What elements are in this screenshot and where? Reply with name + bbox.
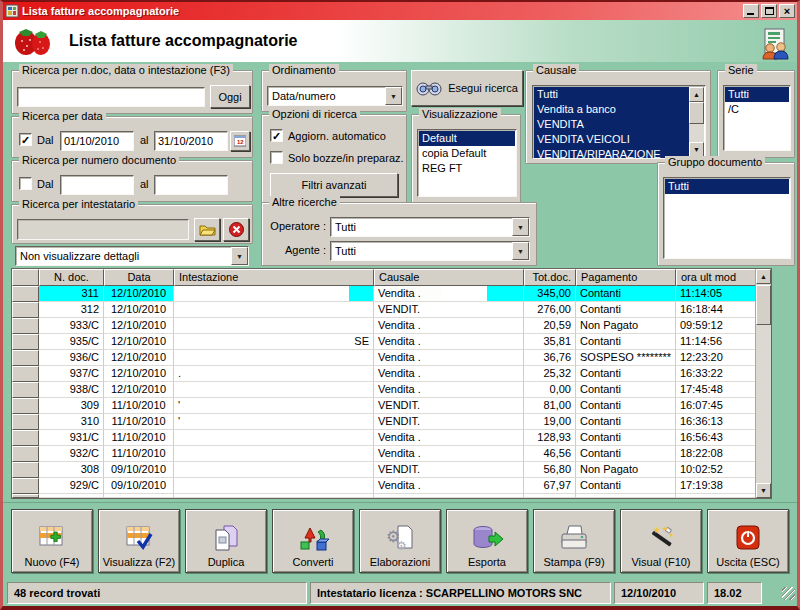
minimize-button[interactable] bbox=[743, 4, 759, 18]
operatore-combo[interactable]: Tutti ▼ bbox=[330, 217, 530, 237]
table-row[interactable]: 931/C11/10/2010Vendita .128,93Contanti16… bbox=[12, 430, 755, 446]
table-row[interactable]: 932/C11/10/2010Vendita .46,56Contanti18:… bbox=[12, 446, 755, 462]
visualizzazione-option[interactable]: REG FT bbox=[419, 161, 515, 176]
date-to-input[interactable] bbox=[154, 131, 228, 151]
converti-button[interactable]: Converti bbox=[272, 509, 354, 573]
intestatario-input[interactable] bbox=[17, 219, 189, 240]
table-row[interactable]: 935/C12/10/2010SEVendita .35,81Contanti1… bbox=[12, 334, 755, 350]
row-selector[interactable] bbox=[12, 286, 39, 302]
row-selector[interactable] bbox=[12, 398, 39, 414]
combo-arrow-icon[interactable]: ▼ bbox=[512, 218, 529, 236]
visualizzazione-option[interactable]: copia Default bbox=[419, 146, 515, 161]
today-button[interactable]: Oggi bbox=[210, 85, 250, 108]
column-header-data[interactable]: Data bbox=[104, 269, 174, 286]
table-row[interactable]: 30911/10/2010'VENDIT.81,00Contanti16:07:… bbox=[12, 398, 755, 414]
row-selector[interactable] bbox=[12, 430, 39, 446]
combo-arrow-icon[interactable]: ▼ bbox=[231, 247, 248, 265]
nuovo-f4-button[interactable]: Nuovo (F4) bbox=[11, 509, 93, 573]
table-row[interactable]: 933/C12/10/2010Vendita .20,59Non Pagato0… bbox=[12, 318, 755, 334]
column-header-tot[interactable]: Tot.doc. bbox=[524, 269, 576, 286]
date-from-input[interactable] bbox=[60, 131, 134, 151]
row-selector[interactable] bbox=[12, 302, 39, 318]
uscita-esc-button[interactable]: Uscita (ESC) bbox=[707, 509, 789, 573]
causale-scrollbar[interactable]: ▲ ▼ bbox=[689, 87, 704, 157]
row-selector[interactable] bbox=[12, 494, 39, 498]
scroll-up-icon[interactable]: ▲ bbox=[689, 87, 704, 102]
row-selector[interactable] bbox=[12, 462, 39, 478]
esporta-button[interactable]: Esporta bbox=[446, 509, 528, 573]
duplica-button[interactable]: Duplica bbox=[185, 509, 267, 573]
causale-listbox[interactable]: TuttiVendita a bancoVENDITAVENDITA VEICO… bbox=[532, 85, 706, 159]
table-row[interactable]: 930/C09/10/2010MA. ( .( LLA I.IAIXO IIII… bbox=[12, 494, 755, 498]
column-header-ndoc[interactable]: N. doc. bbox=[39, 269, 104, 286]
causale-option[interactable]: Tutti bbox=[534, 87, 704, 102]
docnum-from-input[interactable] bbox=[60, 175, 134, 195]
row-selector[interactable] bbox=[12, 350, 39, 366]
serie-listbox[interactable]: Tutti/C bbox=[723, 85, 791, 151]
close-button[interactable]: × bbox=[779, 4, 795, 18]
cell-tot: 345,00 bbox=[524, 286, 576, 302]
esegui-ricerca-button[interactable]: Esegui ricerca bbox=[411, 70, 523, 106]
row-selector[interactable] bbox=[12, 318, 39, 334]
causale-option[interactable]: VENDITA VEICOLI bbox=[534, 132, 704, 147]
scrollbar-thumb[interactable] bbox=[689, 102, 704, 124]
row-selector[interactable] bbox=[12, 382, 39, 398]
combo-arrow-icon[interactable]: ▼ bbox=[385, 87, 402, 105]
stampa-f9-button[interactable]: Stampa (F9) bbox=[533, 509, 615, 573]
maximize-button[interactable] bbox=[761, 4, 777, 18]
table-row[interactable]: 31212/10/2010VENDIT.276,00Contanti16:18:… bbox=[12, 302, 755, 318]
visualizza-f2-button[interactable]: Visualizza (F2) bbox=[98, 509, 180, 573]
date-dal-checkbox[interactable] bbox=[19, 133, 32, 146]
column-header-caus[interactable]: Causale bbox=[374, 269, 524, 286]
cell-ndoc: 937/C bbox=[39, 366, 104, 382]
row-selector[interactable] bbox=[12, 366, 39, 382]
visual-f10-button[interactable]: ★★★Visual (F10) bbox=[620, 509, 702, 573]
row-selector[interactable] bbox=[12, 446, 39, 462]
column-header-int[interactable]: Intestazione bbox=[174, 269, 374, 286]
table-row[interactable]: 936/C12/10/2010Vendita .36,76SOSPESO ***… bbox=[12, 350, 755, 366]
solo-bozze-checkbox[interactable] bbox=[270, 151, 283, 164]
auto-update-checkbox[interactable] bbox=[270, 129, 283, 142]
table-row[interactable]: 31112/10/2010Vendita .345,00Contanti11:1… bbox=[12, 286, 755, 302]
table-row[interactable]: 30809/10/2010VENDIT.56,80Non Pagato10:02… bbox=[12, 462, 755, 478]
serie-option[interactable]: /C bbox=[725, 102, 789, 117]
scroll-down-icon[interactable]: ▼ bbox=[756, 483, 771, 498]
table-scrollbar[interactable]: ▲ ▼ bbox=[755, 269, 771, 498]
combo-arrow-icon[interactable]: ▼ bbox=[512, 242, 529, 260]
scrollbar-thumb[interactable] bbox=[756, 285, 771, 325]
filtri-avanzati-button[interactable]: Filtri avanzati bbox=[270, 173, 398, 197]
table-row[interactable]: 937/C12/10/2010.Vendita .25,32Contanti16… bbox=[12, 366, 755, 382]
causale-option[interactable]: Vendita a banco bbox=[534, 102, 704, 117]
docnum-dal-checkbox[interactable] bbox=[19, 177, 32, 190]
calendar-button[interactable]: 12 bbox=[230, 131, 250, 151]
gruppo-option[interactable]: Tutti bbox=[665, 179, 789, 194]
row-selector[interactable] bbox=[12, 478, 39, 494]
scroll-up-icon[interactable]: ▲ bbox=[756, 269, 771, 284]
resize-grip[interactable] bbox=[782, 587, 795, 600]
column-header-ora[interactable]: ora ult mod bbox=[676, 269, 757, 286]
toolbar-button-label: Uscita (ESC) bbox=[716, 556, 780, 568]
scroll-down-icon[interactable]: ▼ bbox=[689, 142, 704, 157]
row-selector[interactable] bbox=[12, 334, 39, 350]
users-document-icon[interactable] bbox=[755, 28, 789, 60]
visualizzazione-listbox[interactable]: Defaultcopia DefaultREG FT bbox=[417, 129, 517, 197]
visualizzazione-option[interactable]: Default bbox=[419, 131, 515, 146]
details-view-combo[interactable]: Non visualizzare dettagli ▼ bbox=[15, 246, 249, 266]
table-row[interactable]: 929/C09/10/2010Vendita .67,97Contanti17:… bbox=[12, 478, 755, 494]
browse-intestatario-button[interactable] bbox=[194, 218, 220, 241]
gruppo-documento-listbox[interactable]: Tutti bbox=[663, 177, 791, 259]
causale-option[interactable]: VENDITA bbox=[534, 117, 704, 132]
docnum-to-input[interactable] bbox=[154, 175, 228, 195]
table-row[interactable]: 938/C12/10/2010Vendita .0,00Contanti17:4… bbox=[12, 382, 755, 398]
toolbar-button-label: Duplica bbox=[208, 556, 245, 568]
clear-intestatario-button[interactable] bbox=[223, 218, 249, 241]
cell-caus: Vendita . bbox=[374, 382, 524, 398]
agente-combo[interactable]: Tutti ▼ bbox=[330, 241, 530, 261]
column-header-pag[interactable]: Pagamento bbox=[576, 269, 676, 286]
elaborazioni-button[interactable]: ⚙⚙Elaborazioni bbox=[359, 509, 441, 573]
table-row[interactable]: 31011/10/2010'VENDIT.19,00Contanti16:36:… bbox=[12, 414, 755, 430]
ordinamento-combo[interactable]: Data/numero ▼ bbox=[267, 86, 403, 106]
row-selector[interactable] bbox=[12, 414, 39, 430]
search-input[interactable] bbox=[17, 87, 205, 107]
serie-option[interactable]: Tutti bbox=[725, 87, 789, 102]
